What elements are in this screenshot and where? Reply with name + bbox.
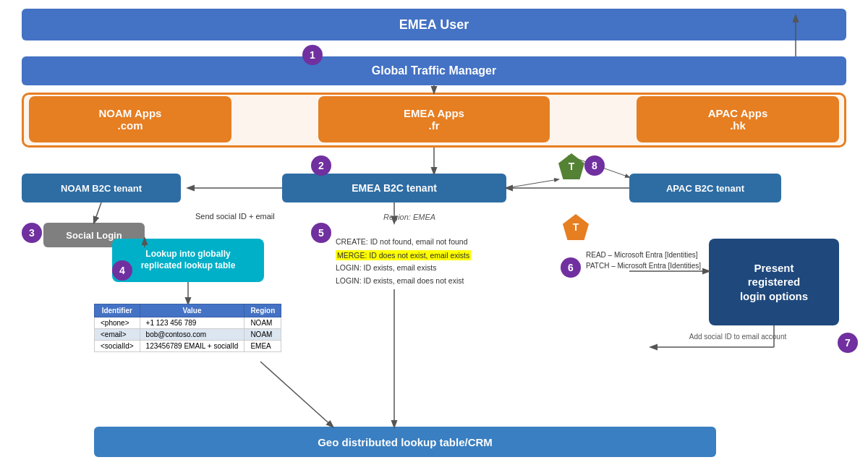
lookup-data-table: Identifier Value Region <phone> +1 123 4… bbox=[94, 304, 281, 352]
emea-user-label: EMEA User bbox=[399, 17, 469, 33]
emea-user-box: EMEA User bbox=[22, 9, 846, 40]
table-row: <phone> +1 123 456 789 NOAM bbox=[95, 317, 281, 329]
emea-apps-label: EMEA Apps.fr bbox=[404, 107, 464, 132]
col-identifier: Identifier bbox=[95, 304, 140, 317]
gtm-label: Global Traffic Manager bbox=[372, 64, 496, 77]
table-row: <email> bob@contoso.com NOAM bbox=[95, 329, 281, 341]
add-social-text: Add social ID to email account bbox=[689, 333, 787, 341]
step2-label: 2 bbox=[318, 160, 324, 171]
pentagon-orange: T bbox=[563, 214, 589, 240]
step1-circle: 1 bbox=[302, 45, 323, 65]
col-value: Value bbox=[140, 304, 244, 317]
emea-b2c-box: EMEA B2C tenant bbox=[282, 174, 506, 202]
apac-b2c-box: APAC B2C tenant bbox=[629, 174, 781, 202]
cell: +1 123 456 789 bbox=[140, 317, 244, 329]
step7-label: 7 bbox=[845, 337, 851, 349]
step4-circle: 4 bbox=[112, 260, 132, 281]
step4-label: 4 bbox=[119, 265, 125, 276]
read-patch-label: READ – Microsoft Entra [Identities] PATC… bbox=[586, 249, 701, 271]
svg-line-5 bbox=[94, 202, 101, 223]
lookup-label: Lookup into globallyreplicated lookup ta… bbox=[141, 249, 236, 271]
geo-crm-label: Geo distributed lookup table/CRM bbox=[318, 436, 493, 448]
lookup-box: Lookup into globallyreplicated lookup ta… bbox=[112, 239, 264, 282]
present-label: Presentregisteredlogin options bbox=[740, 261, 808, 304]
step1-label: 1 bbox=[310, 49, 315, 61]
cell: <email> bbox=[95, 329, 140, 341]
add-social-label: Add social ID to email account bbox=[651, 333, 825, 341]
noam-b2c-label: NOAM B2C tenant bbox=[61, 183, 142, 194]
cell: NOAM bbox=[244, 329, 281, 341]
cell: <socialId> bbox=[95, 341, 140, 352]
cell: <phone> bbox=[95, 317, 140, 329]
step3-label: 3 bbox=[29, 227, 35, 239]
geo-crm-box: Geo distributed lookup table/CRM bbox=[94, 427, 716, 457]
step5-label: 5 bbox=[318, 227, 324, 239]
social-login-label: Social Login bbox=[66, 230, 122, 241]
svg-line-16 bbox=[506, 179, 558, 188]
emea-apps-box: EMEA Apps.fr bbox=[318, 96, 550, 142]
cell: 123456789 EMAIL + socialId bbox=[140, 341, 244, 352]
step2-circle: 2 bbox=[311, 155, 331, 176]
diagram: EMEA User 1 Global Traffic Manager NOAM … bbox=[0, 0, 868, 465]
region-emea-label: Region: EMEA bbox=[383, 213, 435, 221]
step8-label: 8 bbox=[592, 160, 597, 171]
login1-text: LOGIN: ID exists, email exists bbox=[336, 263, 436, 272]
merge-label: MERGE: ID does not exist, email exists bbox=[336, 250, 471, 260]
cell: EMEA bbox=[244, 341, 281, 352]
step6-label: 6 bbox=[568, 262, 574, 273]
apac-b2c-label: APAC B2C tenant bbox=[666, 183, 744, 194]
step3-circle: 3 bbox=[22, 223, 42, 243]
apac-apps-box: APAC Apps.hk bbox=[637, 96, 839, 142]
patch-text: PATCH – Microsoft Entra [Identities] bbox=[586, 262, 701, 270]
login2-label: LOGIN: ID exists, email does not exist bbox=[336, 276, 464, 285]
merge-text: MERGE: ID does not exist, email exists bbox=[337, 251, 469, 260]
cell: bob@contoso.com bbox=[140, 329, 244, 341]
table-row: <socialId> 123456789 EMAIL + socialId EM… bbox=[95, 341, 281, 352]
send-social-label: Send social ID + email bbox=[195, 212, 275, 221]
noam-b2c-box: NOAM B2C tenant bbox=[22, 174, 181, 202]
present-box: Presentregisteredlogin options bbox=[709, 239, 839, 325]
step5-circle: 5 bbox=[311, 223, 331, 243]
read-text: READ – Microsoft Entra [Identities] bbox=[586, 251, 698, 259]
col-region: Region bbox=[244, 304, 281, 317]
noam-apps-box: NOAM Apps.com bbox=[29, 96, 231, 142]
pentagon-green: T bbox=[558, 153, 584, 179]
login2-text: LOGIN: ID exists, email does not exist bbox=[336, 276, 464, 285]
create-label: CREATE: ID not found, email not found bbox=[336, 237, 467, 246]
gtm-box: Global Traffic Manager bbox=[22, 56, 846, 85]
emea-b2c-label: EMEA B2C tenant bbox=[352, 182, 437, 194]
create-text: CREATE: ID not found, email not found bbox=[336, 237, 467, 246]
apac-apps-label: APAC Apps.hk bbox=[708, 107, 768, 132]
step8-circle: 8 bbox=[584, 155, 605, 176]
svg-line-8 bbox=[260, 362, 333, 427]
region-emea-text: Region: EMEA bbox=[383, 213, 435, 221]
step6-circle: 6 bbox=[561, 257, 581, 278]
step7-circle: 7 bbox=[838, 333, 858, 353]
login1-label: LOGIN: ID exists, email exists bbox=[336, 263, 436, 272]
noam-apps-label: NOAM Apps.com bbox=[99, 107, 162, 132]
cell: NOAM bbox=[244, 317, 281, 329]
send-social-text: Send social ID + email bbox=[195, 212, 275, 221]
